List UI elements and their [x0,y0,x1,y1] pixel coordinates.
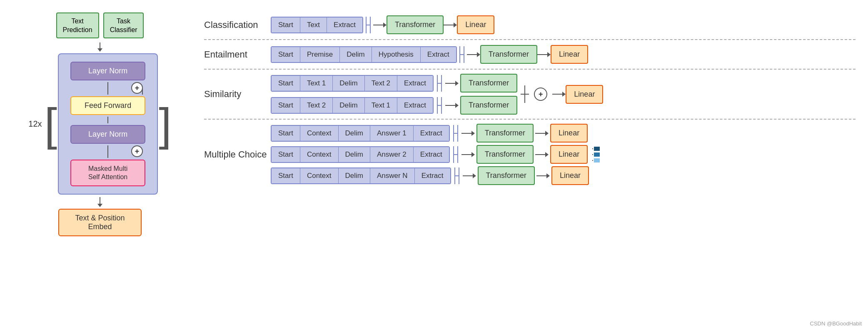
bar-row-1 [592,147,600,151]
bar-1 [594,147,600,151]
token-text: Text [300,18,327,32]
token-extract-e: Extract [421,47,456,62]
mc-tokens-1: Start Context Delim Answer 1 Extract [271,125,450,142]
token-delim-e: Delim [340,47,372,62]
token-start-e: Start [272,47,300,62]
embed-box: Text & Position Embed [58,209,142,236]
mc-row-1: Start Context Delim Answer 1 Extract [271,124,589,142]
mc-row-2: Start Context Delim Answer 2 Extract [271,145,589,164]
sim-row-1: Start Text 1 Delim Text 2 Extract T [271,74,517,92]
token-premise: Premise [300,47,340,62]
sim-merge: + Linear [521,85,603,104]
v-line-2 [107,117,108,123]
task-classifier-box: Task Classifier [103,12,144,38]
bar-row-3 [592,158,600,162]
entailment-tokens: Start Premise Delim Hypothesis Extract [271,46,457,63]
arrow-top [97,42,102,52]
sim-tokens-2: Start Text 2 Delim Text 1 Extract [271,97,434,114]
mc-linear-1: Linear [550,124,588,142]
classification-row: Classification Start Text Extract Transf… [204,10,856,40]
sim-plus-circle: + [534,88,547,101]
sim-tokens-1: Start Text 1 Delim Text 2 Extract [271,75,434,92]
token-extract: Extract [327,18,362,32]
classification-tokens: Start Text Extract [271,17,363,33]
main-diagram: Text Prediction Task Classifier 12x [ La… [0,0,868,330]
mc-tokens-2: Start Context Delim Answer 2 Extract [271,146,450,163]
bracket-mc-3 [454,168,459,184]
skip-conn-2: + [67,145,149,158]
classification-transformer: Transformer [387,15,444,34]
token-hypothesis: Hypothesis [372,47,421,62]
transformer-block: Layer Norm + Feed Forward Layer No [58,53,158,195]
mc-transformer-1: Transformer [476,124,534,142]
bracket-close-ent [459,46,464,63]
similarity-label-row: Similarity Start Text 1 Delim Text 2 Ext… [204,74,856,115]
mc-label-row: Multiple Choice Start Context Delim Answ… [204,124,856,185]
sim-row-2: Start Text 2 Delim Text 1 Extract T [271,96,517,115]
arrow-class-2 [444,22,457,28]
similarity-rows: Start Text 1 Delim Text 2 Extract T [271,74,517,115]
right-panel: Classification Start Text Extract Transf… [187,8,856,322]
arrow-to-embed [97,197,102,207]
arrow-class-1 [373,22,387,28]
sim-v-lines [521,85,529,103]
mc-rows: Start Context Delim Answer 1 Extract [271,124,589,185]
entailment-label: Entailment [204,49,271,60]
entailment-linear: Linear [551,45,588,64]
sim-linear: Linear [566,85,603,104]
feed-forward-box: Feed Forward [70,96,145,115]
similarity-label: Similarity [204,89,271,100]
bracket-mc-2 [453,146,458,163]
mc-tokens-3: Start Context Delim Answer N Extract [271,168,451,184]
arrow-ent-2 [537,52,551,57]
bar-row-2 [592,152,600,157]
bracket-right-symbol: ] [159,101,172,147]
similarity-section: Similarity Start Text 1 Delim Text 2 Ext… [204,70,856,120]
plus-circle-2: + [131,145,143,157]
arrow-ent-1 [467,52,480,57]
plus-circle-1: + [131,82,143,94]
bracket-close-class [366,17,371,33]
12x-label: 12x [28,119,42,129]
mc-row-3: Start Context Delim Answer N Extract [271,166,589,185]
classification-linear: Linear [457,15,494,34]
mc-transformer-3: Transformer [478,166,535,185]
text-prediction-box: Text Prediction [56,12,99,38]
entailment-row: Entailment Start Premise Delim Hypothesi… [204,40,856,70]
mc-linear-2: Linear [550,145,588,164]
mc-label: Multiple Choice [204,149,271,160]
mc-output-bars [592,147,600,162]
bracket-mc-1 [453,125,458,142]
bracket-sim-1 [437,75,442,92]
bracket-left-symbol: [ [45,101,57,147]
token-start: Start [272,18,300,32]
multiple-choice-section: Multiple Choice Start Context Delim Answ… [204,120,856,189]
mc-transformer-2: Transformer [476,145,534,164]
masked-attention-box: Masked Multi Self Attention [70,160,145,186]
top-output-boxes: Text Prediction Task Classifier [56,12,144,38]
sim-transformer-2: Transformer [460,96,517,115]
left-panel: Text Prediction Task Classifier 12x [ La… [12,8,187,322]
skip-conn-1: + [67,82,149,95]
bar-2 [594,152,600,157]
transformer-block-section: 12x [ Layer Norm + Feed Forward [28,53,171,195]
layer-norm-2-box: Layer Norm [70,125,145,144]
bar-3 [594,158,600,162]
sim-transformer-1: Transformer [460,74,517,92]
layer-norm-1-box: Layer Norm [70,62,145,80]
entailment-transformer: Transformer [480,45,537,64]
sim-plus-row: + Linear [521,85,603,104]
mc-linear-3: Linear [551,166,589,185]
watermark: CSDN @BGoodHabit [810,320,862,327]
classification-label: Classification [204,20,271,30]
bracket-sim-2 [437,97,442,114]
